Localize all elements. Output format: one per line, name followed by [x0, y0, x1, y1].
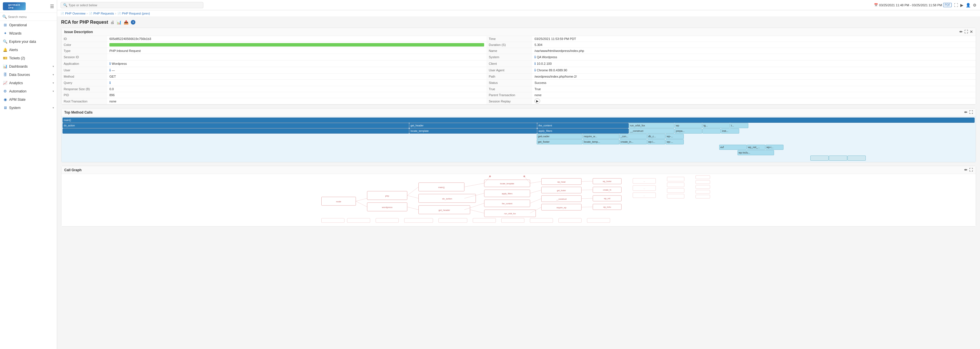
- svg-text:wp_inclu: wp_inclu: [603, 206, 611, 208]
- flame-block-apply-filters[interactable]: apply_filters: [537, 128, 628, 133]
- flame-block-empty[interactable]: [62, 128, 409, 133]
- search-menu-input[interactable]: [8, 15, 54, 19]
- calendar-icon: 📅: [874, 3, 878, 7]
- topbar-search-input[interactable]: [68, 3, 201, 7]
- print-icon[interactable]: 🖨: [110, 20, 114, 25]
- flame-block-tg[interactable]: tg...: [702, 123, 730, 128]
- flame-block-misc1[interactable]: [810, 155, 829, 161]
- svg-rect-70: [696, 190, 710, 194]
- call-graph-svg: node php wordpress main() do_action get_…: [61, 174, 976, 225]
- flame-block-the-content[interactable]: the_content: [537, 123, 628, 128]
- svg-rect-80: [559, 218, 582, 222]
- settings-icon[interactable]: ⚙: [973, 3, 977, 8]
- svg-line-31: [407, 195, 419, 198]
- sidebar-item-system[interactable]: 🖥 System ▾: [0, 103, 57, 112]
- flame-block-get-header[interactable]: get_header: [409, 123, 537, 128]
- field-label-type: Type: [61, 48, 107, 54]
- sidebar-item-analytics[interactable]: 📈 Analytics ▾: [0, 79, 57, 87]
- sidebar-icon-1: ✦: [3, 31, 8, 35]
- sidebar-item-apm-state[interactable]: ◉ APM State: [0, 95, 57, 103]
- search-menu-bar: 🔍: [0, 13, 57, 21]
- sidebar-item-operational[interactable]: ⊞ Operational: [0, 21, 57, 29]
- flame-block-misc3[interactable]: [848, 155, 866, 161]
- issue-description-card: Issue Description ✏ ⛶ ✕ ID 605d852240566…: [61, 28, 976, 105]
- expand-icon-3[interactable]: ⛶: [969, 110, 973, 114]
- expand-icon-4[interactable]: ⛶: [969, 168, 973, 172]
- edit-icon-3[interactable]: ✏: [964, 168, 967, 172]
- flame-block-wp2[interactable]: [702, 128, 721, 133]
- sidebar-item-dashboards[interactable]: 📊 Dashboards ▾: [0, 62, 57, 70]
- breadcrumb-link-2[interactable]: PHP Requests: [94, 12, 114, 15]
- flame-block-wpinclu[interactable]: wp-inclu...: [738, 150, 774, 155]
- pdf-label[interactable]: PDF: [943, 3, 952, 7]
- svg-rect-63: [667, 177, 684, 181]
- flame-row-6: wp-inclu...: [62, 150, 975, 155]
- sidebar-icon-2: 🔍: [3, 40, 8, 44]
- flame-block-locate-template[interactable]: locate_template: [409, 128, 537, 133]
- flame-block-require-w[interactable]: require_w...: [583, 134, 619, 139]
- svg-line-36: [470, 210, 484, 213]
- chevron-icon-8: ▾: [52, 90, 54, 93]
- flame-block-run-orbit[interactable]: run_orbit_fox: [629, 123, 675, 128]
- hamburger-icon[interactable]: ☰: [50, 4, 54, 9]
- svg-rect-65: [667, 188, 684, 193]
- flame-row-3: getLoader require_w... _con... db_c... w…: [62, 134, 975, 139]
- flame-block-construct[interactable]: __construct: [629, 128, 675, 133]
- flame-block-getloader[interactable]: getLoader: [537, 134, 582, 139]
- expand-icon-2[interactable]: ⛶: [964, 30, 968, 34]
- date-range-text: 03/25/2021 11:48 PM - 03/25/2021 11:58 P…: [879, 3, 942, 7]
- add-icon[interactable]: +: [131, 20, 135, 25]
- flame-block-prepa[interactable]: prepa...: [675, 128, 702, 133]
- share-icon[interactable]: 📤: [124, 20, 129, 25]
- flame-block-getfooter[interactable]: get_footer: [537, 139, 582, 144]
- field-label-system: System: [487, 54, 532, 60]
- flame-block-wpi[interactable]: wp-i...: [765, 145, 784, 150]
- svg-line-54: [582, 190, 593, 190]
- topbar-search-icon: 🔍: [63, 3, 67, 7]
- sidebar-item-alerts[interactable]: 🔔 Alerts: [0, 46, 57, 54]
- close-icon[interactable]: ✕: [970, 30, 973, 34]
- chart-icon[interactable]: 📊: [116, 20, 121, 25]
- svg-rect-74: [376, 218, 399, 222]
- flame-block-do-action[interactable]: do_action: [62, 123, 409, 128]
- main-content: 🔍 📅 03/25/2021 11:48 PM - 03/25/2021 11:…: [57, 0, 980, 349]
- session-replay-play-icon[interactable]: ▶: [535, 98, 540, 103]
- svg-rect-75: [404, 218, 433, 222]
- svg-text:apply_filters: apply_filters: [502, 193, 513, 195]
- svg-text:php: php: [385, 195, 389, 197]
- sidebar-label-7: Analytics: [9, 81, 23, 85]
- flame-block-con[interactable]: _con...: [619, 134, 647, 139]
- field-value-true: True: [532, 86, 976, 92]
- sidebar-item-tickets-2[interactable]: 🎫 Tickets (2): [0, 54, 57, 62]
- sidebar-item-wizards[interactable]: ✦ Wizards: [0, 29, 57, 37]
- breadcrumb-link-3[interactable]: PHP Request (prev): [122, 12, 150, 15]
- flame-block-wp5[interactable]: wp-...: [665, 139, 684, 144]
- edit-icon[interactable]: ✏: [959, 30, 963, 34]
- flame-block-inst[interactable]: inst...: [721, 128, 739, 133]
- sidebar-item-data-sources[interactable]: 🗄 Data Sources ▾: [0, 70, 57, 79]
- flame-block-wp4[interactable]: wp-i...: [647, 139, 665, 144]
- flame-block-wp3[interactable]: wp-...: [665, 134, 684, 139]
- flame-block-t1[interactable]: t...: [730, 123, 748, 128]
- flame-block-db-c[interactable]: db_c...: [647, 134, 665, 139]
- logo: germainAPM: [3, 2, 26, 10]
- page-title-row: RCA for PHP Request 🖨 📊 📤 +: [61, 20, 976, 25]
- sidebar-item-explore-your-data[interactable]: 🔍 Explore your data: [0, 37, 57, 46]
- breadcrumb-icon-2: 📄: [89, 12, 92, 15]
- flame-block-misc2[interactable]: [829, 155, 847, 161]
- expand-icon[interactable]: ⛶: [954, 3, 958, 8]
- flame-block-wp1[interactable]: wp: [675, 123, 702, 128]
- sidebar-item-automation[interactable]: ⚙ Automation ▾: [0, 87, 57, 95]
- user-icon[interactable]: 👤: [966, 3, 970, 8]
- breadcrumb-link-1[interactable]: PHP Overview: [65, 12, 85, 15]
- svg-text:the_content: the_content: [502, 203, 512, 205]
- flame-block-locatetempl[interactable]: locate_temp...: [583, 139, 619, 144]
- flame-block-wpnot[interactable]: wp_not_...: [747, 145, 765, 150]
- flame-block-main[interactable]: main(): [62, 117, 975, 123]
- flame-block-evf[interactable]: evf: [719, 145, 747, 150]
- svg-rect-67: [696, 176, 710, 179]
- play-icon[interactable]: ▶: [960, 3, 963, 8]
- sidebar-label-0: Operational: [9, 23, 27, 27]
- edit-icon-2[interactable]: ✏: [964, 110, 967, 114]
- flame-block-create-in[interactable]: create_in...: [619, 139, 647, 144]
